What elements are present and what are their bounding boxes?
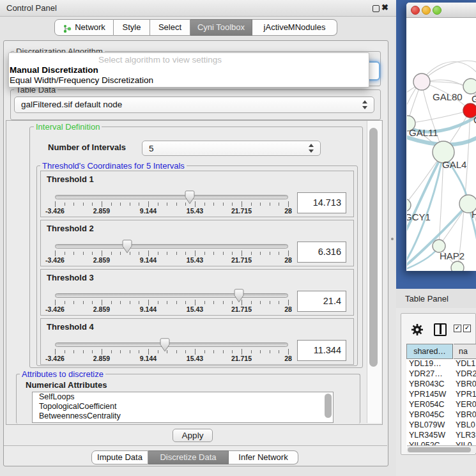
slider-tick-label: 21.715 bbox=[226, 355, 257, 362]
zoom-traffic-light-icon[interactable] bbox=[433, 6, 441, 15]
table-column-header-name[interactable]: na bbox=[454, 344, 476, 359]
minimize-traffic-light-icon[interactable] bbox=[422, 6, 431, 15]
network-edge-weighted bbox=[407, 153, 443, 236]
network-node[interactable] bbox=[407, 199, 411, 211]
apply-button[interactable]: Apply bbox=[173, 429, 213, 442]
attribute-list-item[interactable]: SelfLoops bbox=[33, 392, 333, 402]
tab-infer-network[interactable]: Infer Network bbox=[229, 450, 298, 464]
threshold-value-field[interactable]: 6.316 bbox=[297, 242, 346, 263]
algorithm-option[interactable]: Manual Discretization bbox=[9, 65, 369, 75]
table-row[interactable]: YBL079WYBL0 bbox=[406, 420, 476, 431]
slider-tick bbox=[73, 252, 74, 255]
screenshot-root: Control Panel ✖ NetworkStyleSelectCyni T… bbox=[0, 0, 476, 476]
float-window-icon[interactable] bbox=[372, 5, 380, 12]
attribute-list-item[interactable]: TopologicalCoefficient bbox=[33, 402, 333, 411]
tab-style[interactable]: Style bbox=[114, 19, 150, 36]
attributes-scrollbar-thumb[interactable] bbox=[325, 394, 332, 418]
tab-impute-data[interactable]: Impute Data bbox=[91, 450, 148, 464]
splitpane-handle-dot[interactable] bbox=[391, 238, 394, 240]
number-of-intervals-combo[interactable]: 5 bbox=[142, 141, 321, 156]
threshold-value-field[interactable]: 21.4 bbox=[297, 291, 346, 312]
tab-network[interactable]: Network bbox=[54, 19, 114, 36]
table-data-combo[interactable]: galFiltered.sif default node bbox=[14, 96, 374, 113]
threshold-box: Threshold 2-3.4262.8599.14415.4321.71528… bbox=[40, 220, 354, 266]
network-node[interactable] bbox=[463, 79, 476, 94]
network-node-label: HAP2 bbox=[440, 250, 464, 261]
slider-tick-label: 9.144 bbox=[132, 256, 164, 264]
table-row[interactable]: YLR345WYLR3 bbox=[406, 431, 476, 441]
close-icon[interactable]: ✖ bbox=[381, 3, 388, 12]
slider-tick bbox=[73, 301, 74, 304]
slider-tick bbox=[167, 301, 167, 304]
slider-tick-label: -3.426 bbox=[39, 355, 71, 362]
slider-tick bbox=[148, 300, 149, 305]
tab-cyni-toolbox[interactable]: Cyni Toolbox bbox=[190, 19, 252, 36]
control-panel-tabbar: NetworkStyleSelectCyni ToolboxjActiveMNo… bbox=[54, 19, 337, 36]
slider-tick bbox=[251, 252, 252, 255]
tab-select[interactable]: Select bbox=[150, 19, 190, 36]
slider-tick bbox=[232, 301, 233, 304]
slider-tick bbox=[223, 350, 224, 353]
threshold-slider-track[interactable] bbox=[55, 195, 288, 199]
checkbox-checked-icon[interactable]: ✓ bbox=[454, 325, 461, 332]
gear-icon[interactable] bbox=[410, 323, 424, 337]
table-row[interactable]: YBR043CYBR0 bbox=[406, 380, 476, 390]
slider-tick-label: -3.426 bbox=[39, 256, 71, 264]
threshold-slider-handle[interactable] bbox=[122, 240, 132, 254]
table-data-combo-value: galFiltered.sif default node bbox=[21, 100, 122, 109]
slider-tick bbox=[92, 301, 93, 304]
table-column-header-shared[interactable]: shared… bbox=[406, 344, 453, 359]
threshold-slider-handle[interactable] bbox=[185, 190, 195, 204]
slider-tick bbox=[279, 252, 279, 255]
close-traffic-light-icon[interactable] bbox=[411, 6, 420, 15]
slider-tick bbox=[65, 252, 65, 255]
threshold-slider-track[interactable] bbox=[55, 293, 288, 298]
slider-tick bbox=[120, 203, 121, 206]
node-table-rows[interactable]: YDL19…YDL1YDR27…YDR2YBR043CYBR0YPR145WYP… bbox=[406, 359, 476, 449]
algorithm-placeholder-option[interactable]: Select algorithm to view settings bbox=[9, 55, 369, 65]
table-hscrollbar-track[interactable] bbox=[407, 445, 476, 453]
table-row[interactable]: YDR27…YDR2 bbox=[406, 369, 476, 380]
network-node[interactable] bbox=[413, 73, 430, 90]
table-row[interactable]: YPR145WYPR1 bbox=[406, 390, 476, 400]
network-node[interactable] bbox=[451, 261, 464, 271]
threshold-slider-track[interactable] bbox=[55, 342, 288, 347]
slider-tick bbox=[270, 203, 270, 206]
table-hscrollbar-thumb[interactable] bbox=[408, 447, 471, 452]
table-row[interactable]: YER054CYER0 bbox=[406, 400, 476, 410]
tab-label: Infer Network bbox=[238, 451, 288, 464]
table-cell-name: YER0 bbox=[456, 400, 476, 409]
table-row[interactable]: YDL19…YDL1 bbox=[406, 359, 476, 369]
checkbox-checked-icon[interactable]: ✓ bbox=[463, 325, 471, 332]
threshold-slider-handle[interactable] bbox=[160, 338, 170, 352]
slider-tick bbox=[279, 203, 279, 206]
control-panel-title: Control Panel bbox=[6, 3, 57, 13]
table-cell-name: YDL1 bbox=[456, 359, 475, 368]
slider-tick bbox=[185, 350, 186, 353]
attribute-list-item[interactable]: BetweennessCentrality bbox=[33, 411, 333, 421]
threshold-slider-track[interactable] bbox=[55, 244, 288, 249]
slider-tick-label: 9.144 bbox=[132, 207, 164, 215]
threshold-value-field[interactable]: 11.344 bbox=[297, 340, 346, 361]
algorithm-option[interactable]: Equal Width/Frequency Discretization bbox=[9, 75, 369, 86]
network-edge bbox=[408, 111, 470, 123]
table-row[interactable]: YBR045CYBR0 bbox=[406, 410, 476, 420]
slider-tick bbox=[130, 301, 130, 304]
slider-tick bbox=[73, 350, 74, 353]
slider-tick bbox=[111, 203, 112, 206]
network-node-label: C bbox=[473, 114, 476, 125]
threshold-slider-handle[interactable] bbox=[234, 289, 244, 303]
tab-label: Network bbox=[75, 20, 105, 35]
slider-tick bbox=[158, 252, 158, 255]
slider-tick bbox=[242, 250, 242, 256]
combo-stepper-icon bbox=[309, 143, 314, 153]
numerical-attributes-list[interactable]: SelfLoopsTopologicalCoefficientBetweenne… bbox=[32, 392, 334, 423]
slider-tick-label: 2.859 bbox=[86, 256, 118, 264]
tab-discretize-data[interactable]: Discretize Data bbox=[148, 450, 229, 464]
split-table-icon[interactable] bbox=[434, 323, 447, 336]
threshold-value-field[interactable]: 14.713 bbox=[297, 192, 346, 213]
tab-jactivemnodules[interactable]: jActiveMNodules bbox=[252, 19, 337, 36]
main-scrollbar-thumb[interactable] bbox=[369, 128, 378, 367]
combo-stepper-icon bbox=[362, 100, 368, 110]
network-canvas[interactable]: GAL80GACGAL11GAL4GCY1HHAP2 bbox=[407, 17, 476, 271]
